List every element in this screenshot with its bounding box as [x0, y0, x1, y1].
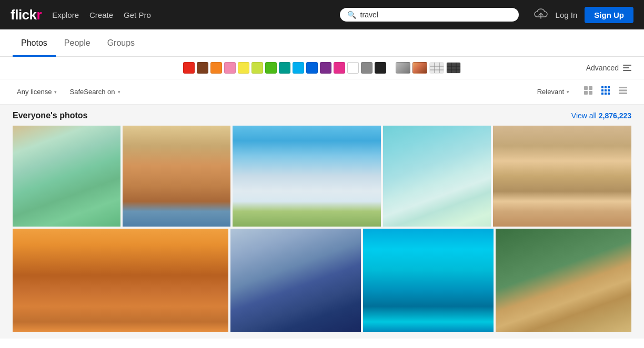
- view-grid-small-button[interactable]: [597, 83, 614, 100]
- swatch-warm-tones[interactable]: [412, 62, 427, 74]
- swatch-orange[interactable]: [210, 62, 222, 74]
- svg-rect-23: [619, 87, 627, 88]
- swatch-gray[interactable]: [361, 62, 373, 74]
- svg-rect-25: [619, 93, 627, 94]
- swatch-black[interactable]: [375, 62, 386, 74]
- advanced-filter-button[interactable]: Advanced: [586, 64, 631, 72]
- photo-item[interactable]: [13, 229, 228, 332]
- swatch-gray-gradient[interactable]: [396, 62, 410, 74]
- header: flickr Explore Create Get Pro 🔍 Log In S…: [0, 0, 644, 29]
- tab-people[interactable]: People: [56, 31, 99, 57]
- sort-dropdown[interactable]: Relevant ▾: [533, 86, 573, 98]
- tab-photos[interactable]: Photos: [13, 31, 56, 57]
- swatch-white[interactable]: [347, 62, 359, 74]
- advanced-label: Advanced: [586, 64, 619, 72]
- safesearch-chevron-icon: ▾: [118, 89, 120, 95]
- photo-row-2: [13, 229, 631, 332]
- search-icon: 🔍: [347, 11, 356, 19]
- svg-rect-21: [605, 93, 607, 95]
- license-dropdown[interactable]: Any license ▾: [13, 86, 61, 98]
- swatch-teal[interactable]: [279, 62, 290, 74]
- svg-rect-16: [608, 86, 610, 88]
- header-actions: Log In Sign Up: [534, 7, 633, 23]
- nav-get-pro[interactable]: Get Pro: [124, 11, 151, 19]
- swatch-yellow[interactable]: [238, 62, 249, 74]
- nav-create[interactable]: Create: [89, 11, 113, 19]
- search-bar: 🔍: [340, 8, 519, 22]
- swatch-dark-pattern[interactable]: [446, 62, 461, 74]
- photo-item[interactable]: [493, 126, 631, 227]
- photo-item[interactable]: [123, 126, 230, 227]
- photo-item[interactable]: [233, 126, 381, 227]
- svg-rect-20: [601, 93, 603, 95]
- logo[interactable]: flickr: [11, 7, 42, 23]
- svg-rect-11: [589, 86, 592, 90]
- swatch-magenta[interactable]: [334, 62, 345, 74]
- safesearch-dropdown[interactable]: SafeSearch on ▾: [65, 86, 124, 98]
- swatch-lime[interactable]: [251, 62, 263, 74]
- swatch-pink[interactable]: [224, 62, 236, 74]
- photo-item[interactable]: [363, 229, 494, 332]
- license-chevron-icon: ▾: [54, 89, 57, 95]
- svg-rect-13: [589, 91, 592, 95]
- section-title: Everyone's photos: [13, 111, 88, 120]
- view-all-link[interactable]: View all 2,876,223: [571, 111, 631, 120]
- view-all-count: 2,876,223: [599, 111, 631, 120]
- login-button[interactable]: Log In: [556, 11, 578, 19]
- color-swatches: [183, 62, 461, 74]
- swatch-cyan[interactable]: [293, 62, 304, 74]
- swatch-green[interactable]: [265, 62, 277, 74]
- photo-row-1: [13, 126, 631, 227]
- swatch-grid-pattern[interactable]: [429, 62, 444, 74]
- tab-groups[interactable]: Groups: [99, 31, 143, 57]
- tabs-bar: Photos People Groups: [0, 29, 644, 57]
- photo-item[interactable]: [383, 126, 491, 227]
- sub-filter-bar: Any license ▾ SafeSearch on ▾ Relevant ▾: [0, 79, 644, 105]
- photo-item[interactable]: [496, 229, 631, 332]
- color-filter-bar: Advanced: [0, 57, 644, 79]
- signup-button[interactable]: Sign Up: [585, 7, 633, 23]
- view-grid-large-button[interactable]: [580, 83, 597, 100]
- photo-item[interactable]: [230, 229, 361, 332]
- svg-rect-18: [605, 89, 607, 91]
- search-input[interactable]: [360, 11, 511, 19]
- nav-explore[interactable]: Explore: [52, 11, 79, 19]
- svg-rect-17: [601, 89, 603, 91]
- content-header: Everyone's photos View all 2,876,223: [13, 111, 631, 120]
- svg-rect-10: [584, 86, 588, 90]
- svg-rect-0: [430, 63, 444, 74]
- content-area: Everyone's photos View all 2,876,223: [0, 105, 644, 339]
- sort-chevron-icon: ▾: [567, 89, 569, 95]
- svg-rect-19: [608, 89, 610, 91]
- svg-rect-15: [605, 86, 607, 88]
- svg-rect-5: [447, 63, 461, 74]
- swatch-brown[interactable]: [197, 62, 208, 74]
- svg-rect-22: [608, 93, 610, 95]
- upload-button[interactable]: [534, 8, 548, 22]
- svg-rect-14: [601, 86, 603, 88]
- svg-rect-12: [584, 91, 588, 95]
- view-options: [580, 83, 631, 100]
- swatch-purple[interactable]: [320, 62, 331, 74]
- swatch-blue[interactable]: [306, 62, 318, 74]
- view-list-button[interactable]: [615, 83, 631, 100]
- main-nav: Explore Create Get Pro: [52, 11, 151, 19]
- swatch-red[interactable]: [183, 62, 195, 74]
- filter-lines-icon: [623, 65, 631, 71]
- svg-rect-24: [619, 90, 627, 91]
- photo-item[interactable]: [13, 126, 120, 227]
